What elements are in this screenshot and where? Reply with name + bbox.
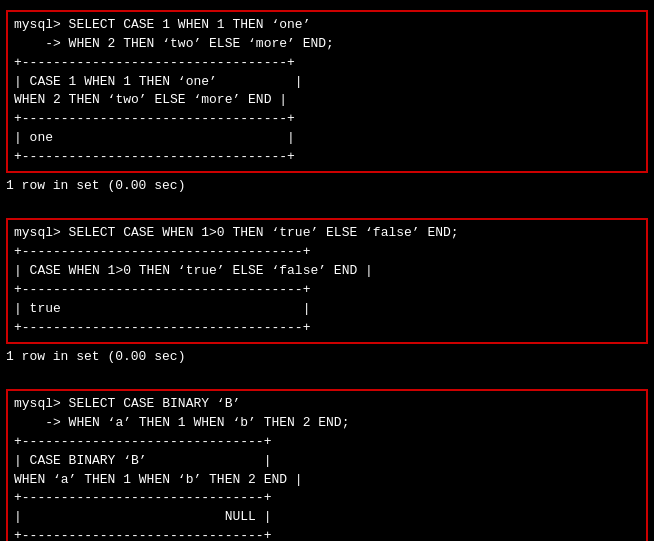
blank-2 [0,366,654,385]
sep-1-2: +----------------------------------+ [14,110,640,129]
query-block-3: mysql> SELECT CASE BINARY ‘B’ -> WHEN ‘a… [6,389,648,541]
query-block-1: mysql> SELECT CASE 1 WHEN 1 THEN ‘one’ -… [6,10,648,173]
header-1b: WHEN 2 THEN ‘two’ ELSE ‘more’ END | [14,91,640,110]
sep-3-1: +-------------------------------+ [14,433,640,452]
header-3b: WHEN ‘a’ THEN 1 WHEN ‘b’ THEN 2 END | [14,471,640,490]
query-line-2-1: mysql> SELECT CASE WHEN 1>0 THEN ‘true’ … [14,224,640,243]
sep-2-3: +------------------------------------+ [14,319,640,338]
row-count-2: 1 row in set (0.00 sec) [0,348,654,367]
terminal-window: mysql> SELECT CASE 1 WHEN 1 THEN ‘one’ -… [0,4,654,541]
sep-3-2: +-------------------------------+ [14,489,640,508]
header-2: | CASE WHEN 1>0 THEN ‘true’ ELSE ‘false’… [14,262,640,281]
query-block-2: mysql> SELECT CASE WHEN 1>0 THEN ‘true’ … [6,218,648,343]
sep-1-1: +----------------------------------+ [14,54,640,73]
sep-2-2: +------------------------------------+ [14,281,640,300]
query-line-1-2: -> WHEN 2 THEN ‘two’ ELSE ‘more’ END; [14,35,640,54]
result-2: | true | [14,300,640,319]
sep-1-3: +----------------------------------+ [14,148,640,167]
header-3: | CASE BINARY ‘B’ | [14,452,640,471]
header-1: | CASE 1 WHEN 1 THEN ‘one’ | [14,73,640,92]
query-line-1-1: mysql> SELECT CASE 1 WHEN 1 THEN ‘one’ [14,16,640,35]
sep-3-3: +-------------------------------+ [14,527,640,541]
query-line-3-2: -> WHEN ‘a’ THEN 1 WHEN ‘b’ THEN 2 END; [14,414,640,433]
row-count-1: 1 row in set (0.00 sec) [0,177,654,196]
result-3: | NULL | [14,508,640,527]
blank-1 [0,196,654,215]
query-line-3-1: mysql> SELECT CASE BINARY ‘B’ [14,395,640,414]
result-1: | one | [14,129,640,148]
sep-2-1: +------------------------------------+ [14,243,640,262]
